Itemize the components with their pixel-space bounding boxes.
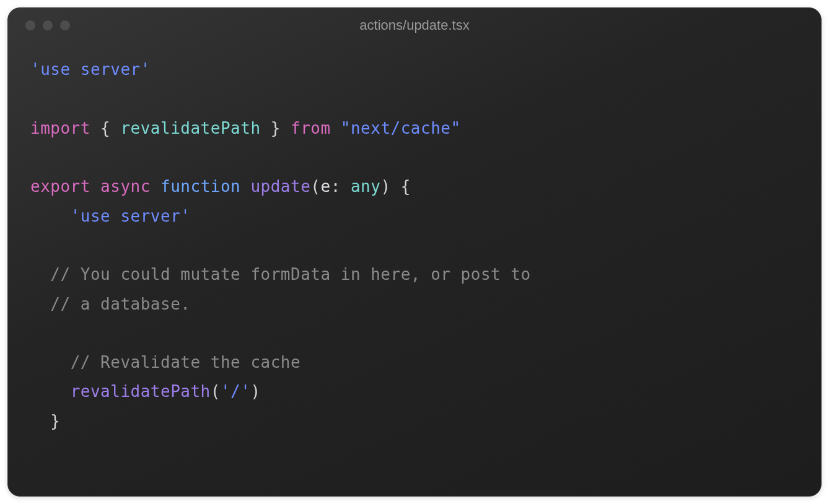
comment-token: // a database. <box>50 295 190 313</box>
indent-token <box>30 207 71 225</box>
string-token: 'use server' <box>71 207 191 225</box>
string-token: '/' <box>221 382 250 401</box>
window-zoom-dot[interactable] <box>60 20 70 30</box>
punct-token: } <box>261 119 291 137</box>
punct-token: : <box>331 177 351 196</box>
comment-token: // Revalidate the cache <box>71 353 301 371</box>
code-line <box>30 319 799 348</box>
titlebar: actions/update.tsx <box>8 8 821 40</box>
code-line: // Revalidate the cache <box>30 348 799 377</box>
keyword-token: async <box>100 177 151 196</box>
indent-token <box>30 353 71 371</box>
punct-token: ( <box>211 382 221 401</box>
code-line: } <box>30 407 799 436</box>
code-line: // a database. <box>30 290 799 319</box>
space-token <box>240 177 250 196</box>
space-token <box>331 119 341 137</box>
type-token: any <box>351 177 380 196</box>
keyword-token: import <box>30 119 90 137</box>
editor-window: actions/update.tsx 'use server' import {… <box>7 7 822 497</box>
string-token: 'use server' <box>30 60 151 79</box>
indent-token <box>30 295 50 313</box>
punct-token: { <box>401 177 411 196</box>
file-name-label: actions/update.tsx <box>359 17 469 33</box>
indent-token <box>30 412 50 430</box>
indent-token <box>30 382 71 401</box>
window-controls <box>25 20 70 30</box>
string-token: "next/cache" <box>341 119 461 137</box>
space-token <box>151 177 160 196</box>
code-line <box>30 143 799 172</box>
function-name-token: update <box>250 177 310 196</box>
code-line <box>30 84 799 113</box>
space-token <box>90 177 100 196</box>
code-line: // You could mutate formData in here, or… <box>30 260 799 289</box>
space-token <box>391 177 401 196</box>
code-line: revalidatePath('/') <box>30 377 799 406</box>
window-minimize-dot[interactable] <box>43 20 53 30</box>
function-call-token: revalidatePath <box>71 382 211 401</box>
keyword-token: export <box>30 177 90 196</box>
punct-token: ) <box>250 382 260 401</box>
code-line: export async function update(e: any) { <box>30 172 799 201</box>
keyword-token: function <box>160 177 240 196</box>
param-token: e <box>320 177 330 196</box>
comment-token: // You could mutate formData in here, or… <box>50 265 530 284</box>
code-line: 'use server' <box>30 55 799 84</box>
code-area[interactable]: 'use server' import { revalidatePath } f… <box>8 40 821 451</box>
code-line <box>30 231 799 260</box>
code-line: 'use server' <box>30 202 799 231</box>
keyword-token: from <box>291 119 331 137</box>
code-line: import { revalidatePath } from "next/cac… <box>30 114 799 143</box>
identifier-token: revalidatePath <box>120 119 260 137</box>
punct-token: } <box>50 412 60 430</box>
punct-token: ( <box>310 177 320 196</box>
punct-token: ) <box>380 177 390 196</box>
indent-token <box>30 265 50 284</box>
punct-token: { <box>90 119 120 137</box>
window-close-dot[interactable] <box>25 20 35 30</box>
